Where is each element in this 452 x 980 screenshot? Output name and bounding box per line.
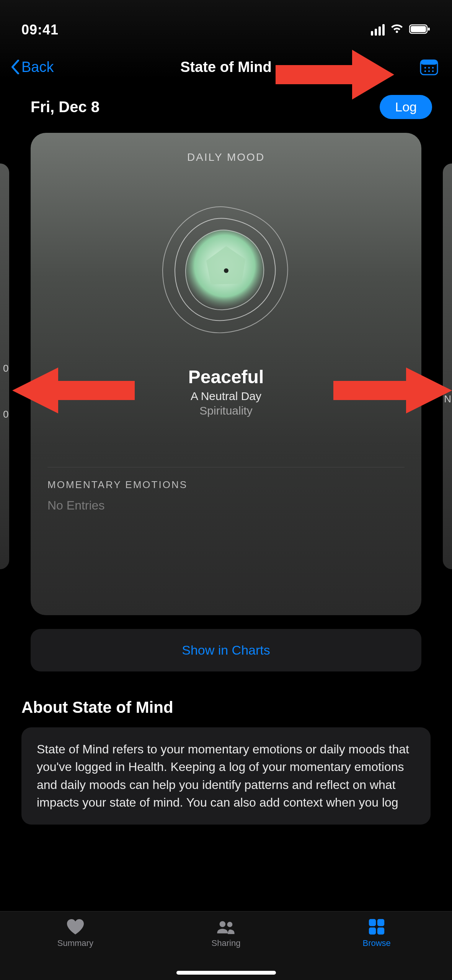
svg-rect-20 — [377, 928, 384, 934]
tab-browse[interactable]: Browse — [338, 918, 415, 948]
peek-text: 0 — [3, 408, 8, 420]
mood-blob-icon — [157, 202, 295, 340]
about-heading: About State of Mind — [21, 698, 431, 717]
wifi-icon — [390, 23, 404, 36]
svg-point-11 — [224, 268, 228, 273]
card-kicker: DAILY MOOD — [47, 151, 405, 163]
chevron-left-icon — [11, 60, 20, 74]
page-title: State of Mind — [180, 59, 272, 75]
heart-icon — [65, 918, 85, 935]
battery-icon — [409, 24, 431, 36]
show-in-charts-button[interactable]: Show in Charts — [31, 629, 421, 671]
tab-summary[interactable]: Summary — [37, 918, 114, 948]
calendar-icon — [420, 59, 438, 75]
svg-point-5 — [424, 67, 426, 69]
back-button[interactable]: Back — [11, 59, 54, 75]
mood-visual — [47, 179, 405, 363]
annotation-arrow-right — [333, 368, 452, 413]
divider — [47, 467, 405, 467]
tab-bar: Summary Sharing Browse — [0, 911, 452, 980]
no-entries-text: No Entries — [47, 498, 405, 513]
svg-point-9 — [428, 70, 430, 72]
svg-point-15 — [220, 921, 226, 927]
back-label: Back — [21, 59, 54, 75]
tab-sharing[interactable]: Sharing — [188, 918, 264, 948]
svg-rect-19 — [369, 928, 376, 934]
svg-marker-12 — [276, 50, 394, 100]
home-indicator[interactable] — [176, 971, 276, 975]
annotation-arrow-left — [12, 368, 135, 413]
tab-label: Summary — [57, 938, 93, 948]
svg-point-6 — [428, 67, 430, 69]
svg-rect-2 — [428, 28, 430, 31]
tab-label: Browse — [362, 938, 390, 948]
svg-rect-4 — [421, 60, 437, 65]
people-icon — [216, 918, 236, 935]
date-label: Fri, Dec 8 — [31, 98, 100, 116]
about-body: State of Mind refers to your momentary e… — [21, 727, 431, 825]
svg-point-16 — [227, 922, 233, 927]
calendar-button[interactable] — [420, 59, 438, 75]
cellular-icon — [369, 24, 385, 36]
svg-rect-1 — [411, 26, 426, 32]
svg-marker-13 — [12, 368, 135, 413]
svg-point-8 — [424, 70, 426, 72]
svg-rect-18 — [377, 919, 384, 926]
svg-point-10 — [432, 70, 434, 72]
status-time: 09:41 — [21, 22, 59, 38]
status-bar: 09:41 — [0, 0, 452, 46]
momentary-label: MOMENTARY EMOTIONS — [47, 479, 405, 491]
next-card-peek[interactable]: N — [443, 163, 452, 569]
svg-marker-14 — [333, 368, 452, 413]
svg-rect-17 — [369, 919, 376, 926]
annotation-arrow-top-right — [276, 50, 394, 100]
status-icons — [369, 23, 431, 36]
tab-label: Sharing — [212, 938, 241, 948]
prev-card-peek[interactable]: 0 0 — [0, 163, 9, 569]
peek-text: 0 — [3, 363, 8, 374]
grid-icon — [367, 918, 387, 935]
svg-point-7 — [432, 67, 434, 69]
